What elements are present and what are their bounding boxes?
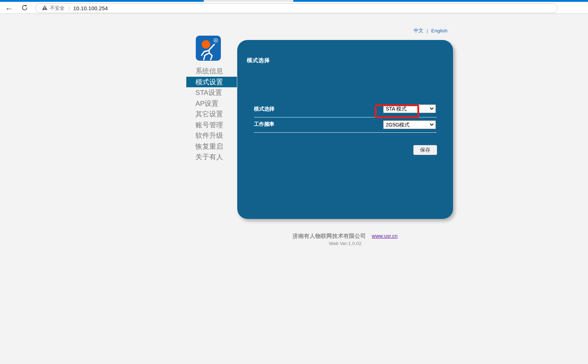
address-bar[interactable]: 不安全 | 10.10.100.254 [35,3,558,13]
lang-english-link[interactable]: English [431,28,447,33]
back-icon: ← [5,3,13,12]
sidebar-menu: 系统信息 模式设置 STA设置 AP设置 其它设置 账号管理 软件升级 恢复重启… [186,66,237,163]
settings-panel: 模式选择 模式选择 STA 模式 工作频率 2G5G模式 [237,40,453,219]
sidebar-item-system-info[interactable]: 系统信息 [186,66,237,77]
panel-title: 模式选择 [247,57,270,64]
language-separator: | [427,28,428,33]
usr-logo: R [196,36,221,61]
sidebar-item-other-settings[interactable]: 其它设置 [186,109,237,120]
frequency-select-label: 工作频率 [254,121,274,128]
web-version: Web Ver:1.0.02 [237,241,453,246]
page-content: 中文 | English R 系统信息 模式 [0,14,588,364]
row-divider [254,132,437,133]
sidebar-item-account-management[interactable]: 账号管理 [186,120,237,131]
sidebar-item-about-usr[interactable]: 关于有人 [186,152,237,163]
sidebar-item-sta-settings[interactable]: STA设置 [186,87,237,98]
sidebar-item-mode-settings[interactable]: 模式设置 [186,77,237,88]
url-text[interactable]: 10.10.100.254 [73,5,108,11]
sidebar-item-restore-restart[interactable]: 恢复重启 [186,141,237,152]
svg-text:R: R [215,39,217,42]
browser-toolbar: ← 不安全 | 10.10.100.254 [0,2,588,14]
frequency-select[interactable]: 2G5G模式 [383,120,436,129]
refresh-button[interactable] [21,4,28,12]
warning-icon [42,5,48,12]
mode-select-wrap: STA 模式 [383,104,436,113]
refresh-icon [21,7,28,12]
browser-window: ← 不安全 | 10.10.100.254 [0,0,588,364]
address-separator: | [69,5,70,11]
website-link[interactable]: www.usr.cn [372,233,398,239]
company-name: 济南有人物联网技术有限公司 [293,233,366,240]
row-divider [254,117,437,117]
footer: 济南有人物联网技术有限公司 www.usr.cn Web Ver:1.0.02 [237,233,453,246]
sidebar-item-ap-settings[interactable]: AP设置 [186,98,237,109]
logo-head [202,40,210,49]
mode-select-label: 模式选择 [254,106,274,112]
save-button[interactable]: 保存 [413,145,437,155]
back-button[interactable]: ← [5,4,13,12]
security-label[interactable]: 不安全 [50,5,65,12]
lang-chinese-link[interactable]: 中文 [414,27,424,34]
frequency-select-wrap: 2G5G模式 [383,120,436,129]
mode-select[interactable]: STA 模式 [383,104,436,113]
sidebar-item-firmware-upgrade[interactable]: 软件升级 [186,130,237,141]
language-switcher: 中文 | English [412,27,449,34]
